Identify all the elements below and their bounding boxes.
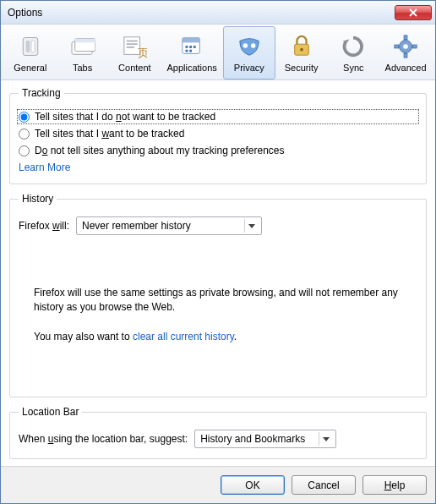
- tab-content[interactable]: 页 Content: [109, 26, 161, 79]
- category-toolbar: General Tabs 页 Content Applications Priv…: [1, 25, 435, 80]
- cancel-button[interactable]: Cancel: [292, 475, 356, 495]
- tab-general-label: General: [14, 63, 46, 73]
- switch-icon: [17, 33, 44, 60]
- svg-rect-27: [412, 45, 417, 48]
- ok-button[interactable]: OK: [221, 475, 285, 495]
- locationbar-suggest-select[interactable]: History and Bookmarks: [194, 430, 336, 448]
- tab-privacy-label: Privacy: [234, 63, 264, 73]
- tab-privacy[interactable]: Privacy: [223, 26, 275, 79]
- history-text-2: You may also want to clear all current h…: [34, 330, 406, 344]
- content-area: Tracking Tell sites that I do not want t…: [1, 80, 435, 466]
- svg-point-18: [243, 43, 248, 48]
- svg-point-23: [403, 44, 408, 49]
- svg-rect-17: [189, 50, 192, 52]
- chevron-down-icon: [244, 219, 258, 233]
- lock-icon: [288, 33, 315, 60]
- svg-rect-15: [193, 46, 196, 48]
- tab-sync[interactable]: Sync: [327, 26, 379, 79]
- titlebar: Options: [1, 1, 435, 25]
- locationbar-select-value: History and Bookmarks: [200, 433, 305, 445]
- tab-advanced-label: Advanced: [385, 63, 427, 73]
- history-mode-select[interactable]: Never remember history: [76, 216, 262, 235]
- tab-applications-label: Applications: [166, 63, 216, 73]
- svg-point-19: [251, 43, 256, 48]
- svg-rect-7: [127, 41, 138, 42]
- close-button[interactable]: [395, 5, 432, 20]
- svg-point-21: [300, 48, 303, 52]
- tab-sync-label: Sync: [343, 63, 363, 73]
- tracking-no-pref[interactable]: Do not tell sites anything about my trac…: [19, 145, 417, 156]
- history-mode-row: Firefox will: Never remember history: [19, 216, 417, 235]
- tracking-want-track[interactable]: Tell sites that I want to be tracked: [19, 128, 417, 140]
- svg-rect-25: [404, 53, 407, 58]
- tracking-opt3-text: Do not tell sites anything about my trac…: [35, 145, 285, 156]
- svg-rect-5: [74, 39, 95, 43]
- history-select-value: Never remember history: [82, 220, 191, 232]
- tab-general[interactable]: General: [4, 26, 57, 79]
- close-icon: [409, 8, 417, 17]
- tab-tabs-label: Tabs: [73, 63, 92, 73]
- chevron-down-icon: [319, 432, 332, 446]
- applications-icon: [178, 33, 205, 60]
- mask-icon: [236, 33, 263, 60]
- locationbar-legend: Location Bar: [19, 406, 82, 418]
- history-group: History Firefox will: Never remember his…: [9, 193, 427, 397]
- svg-text:页: 页: [138, 47, 147, 58]
- help-button[interactable]: Help: [362, 475, 427, 495]
- tracking-opt1-text: Tell sites that I do not want to be trac…: [35, 111, 215, 123]
- svg-rect-2: [31, 41, 35, 52]
- tracking-learn-more-link[interactable]: Learn More: [19, 162, 70, 173]
- tracking-radio-3[interactable]: [19, 145, 30, 156]
- tracking-radio-2[interactable]: [19, 129, 30, 140]
- svg-rect-1: [26, 41, 30, 52]
- svg-rect-12: [183, 38, 200, 43]
- locationbar-group: Location Bar When using the location bar…: [9, 406, 427, 459]
- sync-icon: [340, 33, 367, 60]
- tracking-radio-1[interactable]: [19, 112, 30, 123]
- tracking-do-not-track[interactable]: Tell sites that I do not want to be trac…: [19, 111, 417, 123]
- tabs-icon: [69, 33, 96, 60]
- content-icon: 页: [121, 33, 148, 60]
- tracking-group: Tracking Tell sites that I do not want t…: [9, 87, 427, 184]
- tab-tabs[interactable]: Tabs: [57, 26, 109, 79]
- history-description: Firefox will use the same settings as pr…: [34, 286, 417, 359]
- svg-rect-9: [127, 47, 134, 48]
- history-label: Firefox will:: [19, 220, 69, 232]
- gear-icon: [392, 33, 419, 60]
- svg-rect-14: [189, 46, 192, 48]
- window-title: Options: [8, 7, 42, 19]
- options-window: Options General Tabs 页 Content: [0, 0, 436, 504]
- svg-rect-16: [186, 50, 188, 52]
- tab-security-label: Security: [285, 63, 319, 73]
- tracking-opt2-text: Tell sites that I want to be tracked: [35, 128, 184, 140]
- svg-rect-13: [186, 46, 188, 48]
- clear-history-link[interactable]: clear all current history: [133, 331, 234, 342]
- svg-rect-0: [23, 38, 38, 56]
- tab-applications[interactable]: Applications: [161, 26, 223, 79]
- dialog-footer: OK Cancel Help: [1, 466, 435, 503]
- svg-rect-26: [395, 45, 399, 48]
- tab-security[interactable]: Security: [275, 26, 328, 79]
- history-text-1: Firefox will use the same settings as pr…: [34, 286, 406, 315]
- tracking-legend: Tracking: [19, 87, 64, 99]
- svg-rect-24: [404, 36, 407, 40]
- locationbar-label: When using the location bar, suggest:: [19, 433, 188, 445]
- svg-rect-8: [127, 43, 138, 45]
- locationbar-row: When using the location bar, suggest: Hi…: [19, 430, 417, 448]
- tab-content-label: Content: [118, 63, 151, 73]
- tab-advanced[interactable]: Advanced: [379, 26, 432, 79]
- history-legend: History: [19, 193, 57, 205]
